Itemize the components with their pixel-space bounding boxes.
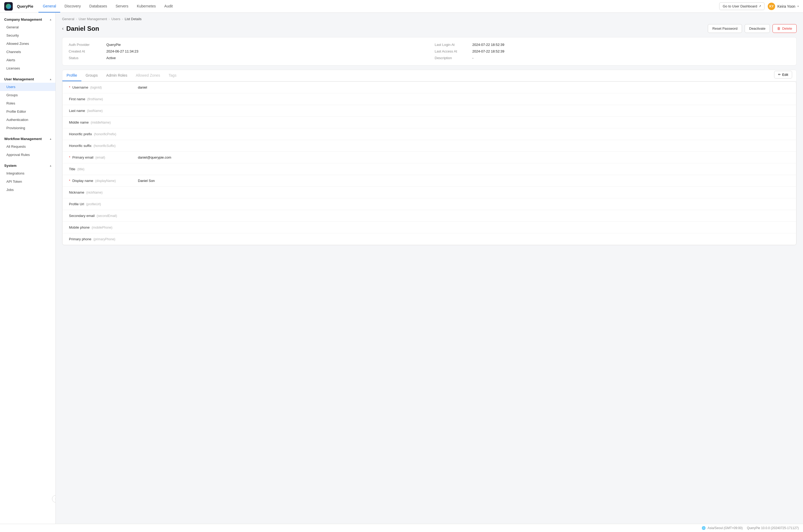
nav-tab-servers[interactable]: Servers (111, 0, 133, 13)
reset-password-button[interactable]: Reset Password (708, 24, 742, 33)
breadcrumb-general[interactable]: General (62, 17, 74, 21)
nav-tab-audit[interactable]: Audit (160, 0, 177, 13)
field-honorific-suffix: Honorific suffix (honorificSuffix) (62, 140, 796, 152)
field-primary-email: * Primary email (email) daniel@querypie.… (62, 152, 796, 163)
trash-icon: 🗑 (777, 26, 781, 31)
tabs-list: Profile Groups Admin Roles Allowed Zones… (62, 70, 180, 81)
user-dashboard-button[interactable]: Go to User Dashboard ↗ (719, 2, 765, 10)
avatar: KY (768, 3, 775, 10)
sidebar-item-users[interactable]: Users (0, 83, 55, 91)
field-nickname: Nickname (nickName) (62, 187, 796, 198)
external-link-icon: ↗ (759, 4, 761, 8)
sidebar-item-groups[interactable]: Groups (0, 91, 55, 99)
field-last-name: Last name (lastName) (62, 105, 796, 117)
field-username: * Username (loginId) daniel (62, 82, 796, 93)
nav-tab-databases[interactable]: Databases (85, 0, 111, 13)
chevron-icon: ▴ (50, 18, 51, 21)
nav-tab-discovery[interactable]: Discovery (60, 0, 85, 13)
sidebar-item-api-token[interactable]: API Token (0, 177, 55, 186)
sidebar-section-workflow-management[interactable]: Workflow Management ▴ (0, 134, 55, 142)
chevron-icon: ▴ (50, 78, 51, 81)
info-last-access-at: Last Access At 2024-07-22 18:52:39 (435, 49, 790, 53)
main-layout: Company Management ▴ General Security Al… (0, 13, 803, 524)
sidebar-item-channels[interactable]: Channels (0, 48, 55, 56)
nav-tab-kubernetes[interactable]: Kubernetes (133, 0, 160, 13)
sidebar-item-approval-rules[interactable]: Approval Rules (0, 151, 55, 159)
user-info[interactable]: KY Keira Yoon ▾ (768, 3, 799, 10)
breadcrumb-user-management[interactable]: User Management (79, 17, 107, 21)
field-honorific-prefix: Honorific prefix (honorificPrefix) (62, 128, 796, 140)
deactivate-button[interactable]: Deactivate (745, 24, 770, 33)
tab-groups[interactable]: Groups (81, 70, 102, 81)
footer-version: QueryPie 10.0.0 (20240725-171127) (747, 526, 799, 530)
top-nav-tabs: General Discovery Databases Servers Kube… (38, 0, 719, 13)
tabs-wrapper: Profile Groups Admin Roles Allowed Zones… (62, 70, 797, 245)
page-title-area: ‹ Daniel Son (62, 25, 99, 32)
profile-card: * Username (loginId) daniel First name (… (62, 81, 796, 245)
breadcrumb-current: List Details (125, 17, 141, 21)
breadcrumb-sep-2: › (109, 17, 110, 21)
breadcrumb: General › User Management › Users › List… (62, 17, 797, 21)
footer-timezone: 🌐 Asia/Seoul (GMT+09:00) (702, 526, 743, 530)
field-primary-phone: Primary phone (primaryPhone) (62, 233, 796, 245)
sidebar-item-all-requests[interactable]: All Requests (0, 142, 55, 151)
brand-name: QueryPie (17, 4, 33, 8)
sidebar-item-general[interactable]: General (0, 23, 55, 31)
breadcrumb-sep-1: › (76, 17, 77, 21)
info-auth-provider: Auth Provider QueryPie (69, 43, 424, 47)
page-title: Daniel Son (66, 25, 99, 32)
field-middle-name: Middle name (middleName) (62, 117, 796, 128)
tab-tags: Tags (165, 70, 181, 81)
chevron-icon: ▴ (50, 137, 51, 140)
edit-icon: ✏ (778, 73, 781, 76)
sidebar-section-company-management[interactable]: Company Management ▴ (0, 15, 55, 23)
sidebar-section-system[interactable]: System ▴ (0, 161, 55, 169)
field-title: Title (title) (62, 163, 796, 175)
nav-tab-general[interactable]: General (38, 0, 60, 13)
globe-icon: 🌐 (702, 526, 706, 530)
field-profile-url: Profile Url (profileUrl) (62, 198, 796, 210)
app-logo[interactable] (4, 2, 13, 11)
content-area: General › User Management › Users › List… (56, 13, 803, 524)
sidebar-section-user-management[interactable]: User Management ▴ (0, 75, 55, 83)
info-last-login-at: Last Login At 2024-07-22 18:52:39 (435, 43, 790, 47)
top-navigation: QueryPie General Discovery Databases Ser… (0, 0, 803, 13)
info-card: Auth Provider QueryPie Last Login At 202… (62, 37, 797, 65)
top-nav-right: Go to User Dashboard ↗ KY Keira Yoon ▾ (719, 2, 799, 10)
breadcrumb-users[interactable]: Users (111, 17, 120, 21)
sidebar-item-roles[interactable]: Roles (0, 99, 55, 108)
breadcrumb-sep-3: › (122, 17, 123, 21)
field-display-name: * Display name (displayName) Daniel Son (62, 175, 796, 187)
footer: 🌐 Asia/Seoul (GMT+09:00) QueryPie 10.0.0… (0, 524, 803, 532)
chevron-left-icon: ‹ (55, 497, 56, 501)
info-description: Description - (435, 56, 790, 60)
tab-profile[interactable]: Profile (62, 70, 81, 81)
tabs-bar: Profile Groups Admin Roles Allowed Zones… (62, 70, 796, 81)
field-secondary-email: Secondary email (secondEmail) (62, 210, 796, 222)
sidebar-item-licenses[interactable]: Licenses (0, 64, 55, 72)
info-status: Status Active (69, 56, 424, 60)
tab-admin-roles[interactable]: Admin Roles (102, 70, 132, 81)
sidebar-item-security[interactable]: Security (0, 31, 55, 39)
chevron-icon: ▴ (50, 164, 51, 167)
tab-allowed-zones: Allowed Zones (132, 70, 165, 81)
sidebar: Company Management ▴ General Security Al… (0, 13, 56, 524)
sidebar-item-allowed-zones[interactable]: Allowed Zones (0, 39, 55, 48)
sidebar-item-authentication[interactable]: Authentication (0, 116, 55, 124)
delete-button[interactable]: 🗑 Delete (772, 24, 797, 33)
field-mobile-phone: Mobile phone (mobilePhone) (62, 222, 796, 233)
sidebar-collapse-button[interactable]: ‹ (52, 495, 56, 502)
sidebar-item-integrations[interactable]: Integrations (0, 169, 55, 177)
info-created-at: Created At 2024-06-27 11:34:23 (69, 49, 424, 53)
header-actions: Reset Password Deactivate 🗑 Delete (708, 24, 797, 33)
sidebar-item-profile-editor[interactable]: Profile Editor (0, 108, 55, 116)
back-button[interactable]: ‹ (62, 26, 64, 31)
page-header: ‹ Daniel Son Reset Password Deactivate 🗑… (62, 24, 797, 33)
user-name: Keira Yoon (777, 4, 795, 8)
sidebar-item-provisioning[interactable]: Provisioning (0, 124, 55, 132)
edit-button[interactable]: ✏ Edit (774, 71, 792, 78)
field-first-name: First name (firstName) (62, 93, 796, 105)
sidebar-item-alerts[interactable]: Alerts (0, 56, 55, 64)
sidebar-item-jobs[interactable]: Jobs (0, 186, 55, 194)
chevron-down-icon: ▾ (798, 5, 799, 8)
